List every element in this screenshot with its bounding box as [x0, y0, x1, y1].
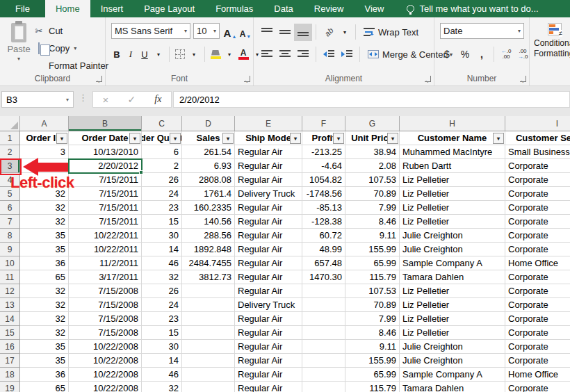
- table-cell[interactable]: 32: [142, 382, 182, 392]
- copy-button[interactable]: Copy ▾: [33, 40, 76, 56]
- table-cell[interactable]: Customer Segment▾: [505, 131, 570, 145]
- table-cell[interactable]: 115.79: [345, 382, 400, 392]
- table-cell[interactable]: Ship Mode▾: [235, 131, 302, 145]
- bold-button[interactable]: B: [110, 46, 124, 63]
- table-cell[interactable]: Corporate: [505, 201, 570, 215]
- table-cell[interactable]: Customer Name▾: [400, 131, 505, 145]
- table-cell[interactable]: 24: [142, 187, 182, 201]
- table-cell[interactable]: 160.2335: [182, 201, 235, 215]
- table-cell[interactable]: 10/22/2011: [69, 243, 142, 256]
- table-cell[interactable]: [182, 298, 235, 312]
- table-cell[interactable]: Unit Price▾: [345, 131, 400, 145]
- table-cell[interactable]: 14: [142, 354, 182, 368]
- decrease-indent-button[interactable]: [320, 46, 338, 63]
- table-cell[interactable]: [302, 326, 345, 340]
- table-cell[interactable]: 7/15/2008: [69, 298, 142, 312]
- table-cell[interactable]: [20, 173, 69, 187]
- table-cell[interactable]: Corporate: [505, 270, 570, 284]
- table-cell[interactable]: 32: [20, 298, 69, 312]
- row-header-16[interactable]: 16: [0, 340, 20, 354]
- table-cell[interactable]: 65.99: [345, 256, 400, 270]
- table-cell[interactable]: Julie Creighton: [400, 340, 505, 354]
- table-cell[interactable]: Corporate: [505, 312, 570, 326]
- filter-button[interactable]: ▾: [493, 133, 504, 144]
- row-header-10[interactable]: 10: [0, 256, 20, 270]
- column-header-C[interactable]: C: [142, 116, 182, 131]
- row-header-3[interactable]: 3: [0, 159, 20, 173]
- table-cell[interactable]: Liz Pelletier: [400, 298, 505, 312]
- table-cell[interactable]: 7/15/2011: [69, 173, 142, 187]
- table-cell[interactable]: 36: [20, 256, 69, 270]
- align-left-button[interactable]: [258, 46, 276, 63]
- fill-color-button[interactable]: [209, 46, 222, 63]
- table-cell[interactable]: 7/15/2011: [69, 215, 142, 229]
- table-cell[interactable]: Liz Pelletier: [400, 201, 505, 215]
- table-cell[interactable]: Julie Creighton: [400, 243, 505, 256]
- table-cell[interactable]: 36: [20, 368, 69, 382]
- decrease-font-size-button[interactable]: A▼: [238, 23, 253, 39]
- row-header-14[interactable]: 14: [0, 312, 20, 326]
- number-dialog-launcher[interactable]: [520, 76, 526, 82]
- table-cell[interactable]: Profit▾: [302, 131, 345, 145]
- table-cell[interactable]: 10/22/2008: [69, 368, 142, 382]
- table-cell[interactable]: Julie Creighton: [400, 229, 505, 243]
- tab-insert[interactable]: Insert: [90, 0, 134, 17]
- table-cell[interactable]: Liz Pelletier: [400, 187, 505, 201]
- table-cell[interactable]: Corporate: [505, 354, 570, 368]
- table-cell[interactable]: 140.56: [182, 215, 235, 229]
- table-cell[interactable]: Julie Creighton: [400, 354, 505, 368]
- enter-icon[interactable]: ✓: [127, 94, 136, 105]
- table-cell[interactable]: 46: [142, 256, 182, 270]
- table-cell[interactable]: 2484.7455: [182, 256, 235, 270]
- table-cell[interactable]: 38.94: [345, 145, 400, 159]
- formula-bar-drag-handle[interactable]: ⋮: [79, 92, 88, 103]
- table-cell[interactable]: Corporate: [505, 159, 570, 173]
- table-cell[interactable]: 70.89: [345, 298, 400, 312]
- increase-indent-button[interactable]: [338, 46, 356, 63]
- table-cell[interactable]: 7/15/2008: [69, 326, 142, 340]
- column-header-G[interactable]: G: [345, 116, 400, 131]
- filter-button[interactable]: ▾: [129, 133, 140, 144]
- filter-button[interactable]: ▾: [387, 133, 398, 144]
- align-right-button[interactable]: [294, 46, 312, 63]
- orientation-dropdown-caret[interactable]: ▾: [338, 24, 352, 40]
- table-cell[interactable]: 32: [20, 312, 69, 326]
- table-cell[interactable]: 8.46: [345, 215, 400, 229]
- row-header-9[interactable]: 9: [0, 243, 20, 256]
- table-cell[interactable]: [182, 326, 235, 340]
- table-cell[interactable]: 1892.848: [182, 243, 235, 256]
- table-cell[interactable]: Regular Air: [235, 243, 302, 256]
- table-cell[interactable]: 26: [142, 284, 182, 298]
- formula-input[interactable]: 2/20/2012: [173, 91, 570, 108]
- table-cell[interactable]: 65: [20, 382, 69, 392]
- table-cell[interactable]: 7/15/2008: [69, 284, 142, 298]
- chevron-down-icon[interactable]: ▾: [184, 28, 187, 34]
- row-header-12[interactable]: 12: [0, 284, 20, 298]
- table-cell[interactable]: [302, 382, 345, 392]
- table-cell[interactable]: 32: [20, 326, 69, 340]
- table-cell[interactable]: Muhammed MacIntyre: [400, 145, 505, 159]
- table-cell[interactable]: 2/20/2012: [69, 159, 142, 173]
- table-cell[interactable]: Corporate: [505, 340, 570, 354]
- table-cell[interactable]: Home Office: [505, 368, 570, 382]
- top-align-button[interactable]: [258, 24, 276, 41]
- table-cell[interactable]: 107.53: [345, 284, 400, 298]
- font-color-button[interactable]: A: [236, 46, 250, 63]
- font-dialog-launcher[interactable]: [244, 76, 250, 82]
- table-cell[interactable]: Order Quantity▾: [142, 131, 182, 145]
- paste-dropdown-caret[interactable]: ▾: [17, 56, 20, 62]
- table-cell[interactable]: 1761.4: [182, 187, 235, 201]
- table-cell[interactable]: -85.13: [302, 201, 345, 215]
- table-cell[interactable]: 32: [20, 284, 69, 298]
- table-cell[interactable]: 115.79: [345, 270, 400, 284]
- table-cell[interactable]: Regular Air: [235, 284, 302, 298]
- table-cell[interactable]: 65: [20, 270, 69, 284]
- table-cell[interactable]: Regular Air: [235, 312, 302, 326]
- table-cell[interactable]: Delivery Truck: [235, 298, 302, 312]
- table-cell[interactable]: Sample Company A: [400, 256, 505, 270]
- chevron-down-icon[interactable]: ▾: [213, 28, 216, 34]
- table-cell[interactable]: 35: [20, 340, 69, 354]
- table-cell[interactable]: 107.53: [345, 173, 400, 187]
- table-cell[interactable]: 7/15/2011: [69, 201, 142, 215]
- table-cell[interactable]: 261.54: [182, 145, 235, 159]
